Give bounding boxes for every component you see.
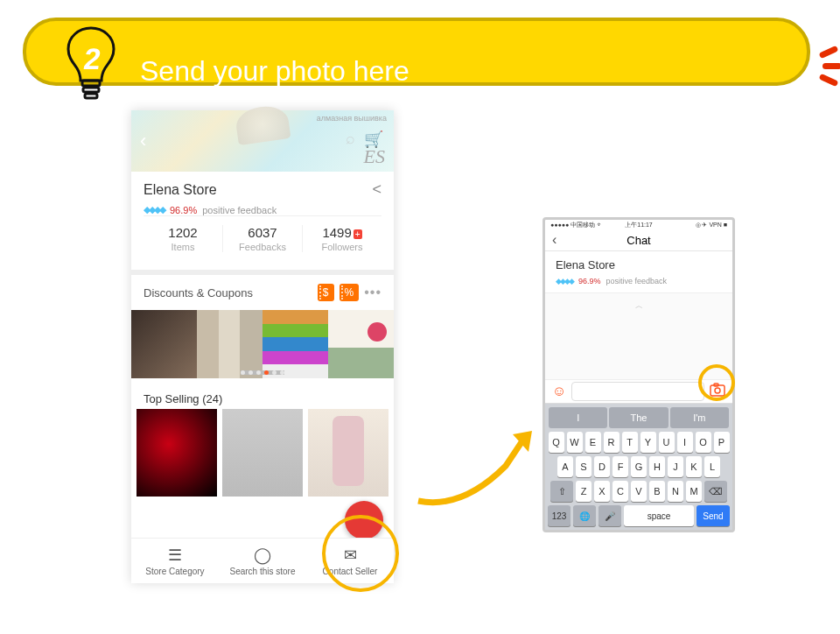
backspace-key[interactable]: ⌫ bbox=[704, 481, 727, 502]
chat-title: Chat bbox=[626, 234, 650, 247]
banner-text: Send your photo here bbox=[140, 55, 410, 88]
mic-key[interactable]: 🎤 bbox=[598, 505, 621, 526]
key-k[interactable]: K bbox=[686, 456, 702, 477]
send-key[interactable]: Send bbox=[696, 505, 730, 526]
stat-items[interactable]: 1202 Items bbox=[144, 225, 223, 252]
share-icon[interactable]: < bbox=[372, 180, 382, 199]
product-thumb[interactable] bbox=[197, 310, 262, 378]
feedback-label: positive feedback bbox=[202, 205, 276, 215]
key-s[interactable]: S bbox=[576, 456, 592, 477]
search-icon[interactable]: ⌕ bbox=[346, 130, 355, 148]
key-i[interactable]: I bbox=[677, 432, 693, 453]
key-y[interactable]: Y bbox=[640, 432, 656, 453]
store-name: Elena Store bbox=[144, 182, 217, 198]
emoji-icon[interactable]: ☺ bbox=[552, 384, 566, 399]
key-v[interactable]: V bbox=[631, 481, 647, 502]
chat-messages[interactable]: ︿ bbox=[545, 293, 732, 379]
status-time: 上午11:17 bbox=[625, 221, 653, 229]
product-carousel[interactable] bbox=[131, 310, 394, 378]
globe-key[interactable]: 🌐 bbox=[573, 505, 596, 526]
key-n[interactable]: N bbox=[668, 481, 683, 502]
stat-value: 1499+ bbox=[303, 225, 382, 240]
stat-feedbacks[interactable]: 6037 Feedbacks bbox=[223, 225, 303, 252]
stat-value: 1202 bbox=[144, 225, 222, 240]
product-thumb[interactable] bbox=[136, 409, 217, 497]
product-thumb[interactable] bbox=[308, 409, 388, 497]
stat-label: Followers bbox=[303, 242, 382, 252]
dollar-coupon-icon[interactable]: $ bbox=[318, 284, 334, 301]
nav-label: Search this store bbox=[229, 567, 295, 576]
back-icon[interactable]: ‹ bbox=[140, 130, 146, 152]
top-selling-products bbox=[131, 409, 394, 497]
keyboard: I The I'm QWERTYUIOP ASDFGHJKL ⇧ZXCVBNM⌫… bbox=[545, 404, 732, 530]
status-bar: ●●●●● 中国移动 ᯤ 上午11:17 ◎ ✈ VPN ■ bbox=[545, 220, 732, 229]
key-e[interactable]: E bbox=[585, 432, 601, 453]
key-a[interactable]: A bbox=[557, 456, 573, 477]
keyboard-row: ASDFGHJKL bbox=[548, 456, 730, 477]
num-key[interactable]: 123 bbox=[548, 505, 570, 526]
key-f[interactable]: F bbox=[612, 456, 628, 477]
nav-label: Store Category bbox=[145, 567, 204, 576]
space-key[interactable]: space bbox=[624, 505, 694, 526]
key-l[interactable]: L bbox=[704, 456, 720, 477]
product-thumb[interactable] bbox=[131, 310, 197, 378]
back-icon[interactable]: ‹ bbox=[552, 232, 556, 248]
key-d[interactable]: D bbox=[594, 456, 610, 477]
arrow-icon bbox=[410, 413, 550, 522]
key-r[interactable]: R bbox=[604, 432, 620, 453]
store-info-card: Elena Store < ◆◆◆◆ 96.9% positive feedba… bbox=[131, 172, 394, 275]
key-x[interactable]: X bbox=[594, 481, 610, 502]
rating-percent: 96.9% bbox=[578, 277, 601, 285]
store-stats: 1202 Items 6037 Feedbacks 1499+ Follower… bbox=[144, 215, 382, 261]
nav-search-store[interactable]: ◯ Search this store bbox=[219, 539, 306, 583]
key-z[interactable]: Z bbox=[576, 481, 592, 502]
chat-nav: ‹ Chat bbox=[545, 229, 732, 251]
rating-diamonds: ◆◆◆◆ bbox=[556, 277, 573, 285]
feedback-label: positive feedback bbox=[606, 277, 668, 285]
store-phone-screenshot: ‹ ⌕ 🛒 алмазная вышивка ES Elena Store < … bbox=[131, 110, 394, 583]
suggestion[interactable]: I'm bbox=[670, 407, 729, 428]
chat-store-header: Elena Store ◆◆◆◆ 96.9% positive feedback bbox=[545, 251, 732, 293]
status-right: ◎ ✈ VPN ■ bbox=[696, 222, 727, 229]
key-p[interactable]: P bbox=[714, 432, 730, 453]
product-thumb[interactable] bbox=[262, 310, 328, 378]
discounts-row[interactable]: Discounts & Coupons $ % ••• bbox=[131, 275, 394, 310]
product-thumb[interactable] bbox=[222, 409, 303, 497]
key-w[interactable]: W bbox=[567, 432, 583, 453]
key-g[interactable]: G bbox=[631, 456, 647, 477]
keyboard-row: ⇧ZXCVBNM⌫ bbox=[548, 481, 730, 502]
carousel-indicator bbox=[241, 370, 284, 375]
stat-value: 6037 bbox=[223, 225, 302, 240]
stat-label: Items bbox=[144, 242, 222, 252]
key-o[interactable]: O bbox=[696, 432, 711, 453]
instruction-banner: 2 Send your photo here bbox=[23, 18, 810, 86]
product-thumb[interactable] bbox=[328, 310, 394, 378]
percent-coupon-icon[interactable]: % bbox=[340, 284, 360, 301]
key-b[interactable]: B bbox=[649, 481, 665, 502]
svg-rect-2 bbox=[85, 94, 97, 98]
discounts-label: Discounts & Coupons bbox=[144, 286, 253, 299]
key-c[interactable]: C bbox=[612, 481, 628, 502]
key-q[interactable]: Q bbox=[549, 432, 564, 453]
suggestion[interactable]: I bbox=[549, 407, 607, 428]
key-j[interactable]: J bbox=[668, 456, 683, 477]
rating-diamonds: ◆◆◆◆ bbox=[144, 204, 164, 215]
highlight-circle-contact bbox=[322, 515, 399, 592]
key-t[interactable]: T bbox=[622, 432, 638, 453]
key-h[interactable]: H bbox=[649, 456, 665, 477]
highlight-circle-camera bbox=[698, 364, 735, 401]
store-name: Elena Store bbox=[556, 258, 722, 271]
suggestion[interactable]: The bbox=[609, 407, 668, 428]
shift-key[interactable]: ⇧ bbox=[550, 481, 573, 502]
brand-subtitle: алмазная вышивка bbox=[317, 114, 387, 123]
svg-rect-1 bbox=[83, 88, 99, 92]
nav-store-category[interactable]: ☰ Store Category bbox=[131, 539, 219, 583]
key-u[interactable]: U bbox=[659, 432, 675, 453]
chevron-up-icon[interactable]: ︿ bbox=[635, 300, 643, 312]
message-input[interactable] bbox=[571, 382, 704, 401]
more-icon[interactable]: ••• bbox=[364, 285, 382, 300]
key-m[interactable]: M bbox=[686, 481, 702, 502]
stat-followers[interactable]: 1499+ Followers bbox=[303, 225, 382, 252]
keyboard-row: 123 🌐 🎤 space Send bbox=[548, 505, 730, 526]
top-selling-header: Top Selling (24) bbox=[131, 384, 394, 409]
